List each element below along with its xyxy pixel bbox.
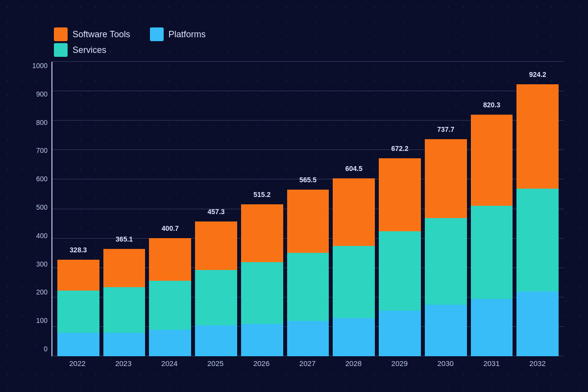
x-label-2029: 2029 bbox=[378, 359, 420, 368]
bar-services-2025 bbox=[195, 270, 237, 325]
bar-platforms-2022 bbox=[57, 333, 99, 356]
bar-softwaretools-2029 bbox=[379, 158, 421, 231]
x-label-2023: 2023 bbox=[102, 359, 145, 368]
bar-platforms-2023 bbox=[103, 333, 146, 356]
bar-softwaretools-2022 bbox=[57, 260, 99, 291]
y-axis-label: 300 bbox=[36, 260, 48, 268]
y-axis-label: 600 bbox=[36, 175, 48, 183]
legend-color-platforms bbox=[150, 27, 164, 41]
bar-group-2028: 604.5 bbox=[333, 62, 375, 356]
bar-platforms-2028 bbox=[333, 318, 375, 356]
bar-group-2029: 672.2 bbox=[379, 62, 421, 356]
bar-services-2024 bbox=[149, 281, 191, 330]
bar-platforms-2027 bbox=[287, 321, 329, 356]
bar-softwaretools-2024 bbox=[149, 238, 191, 281]
bar-softwaretools-2027 bbox=[287, 190, 329, 253]
bar-platforms-2032 bbox=[516, 292, 559, 356]
y-axis-label: 700 bbox=[36, 147, 48, 154]
x-label-2024: 2024 bbox=[148, 359, 191, 368]
bar-services-2028 bbox=[333, 246, 375, 318]
y-axis-label: 800 bbox=[36, 119, 48, 126]
y-axis: 10009008007006005004003002001000 bbox=[24, 62, 51, 368]
bar-softwaretools-2023 bbox=[103, 249, 146, 287]
x-label-2027: 2027 bbox=[287, 359, 329, 368]
y-axis-label: 0 bbox=[44, 345, 48, 353]
bar-softwaretools-2031 bbox=[471, 115, 513, 206]
bar-value-2030: 737.7 bbox=[437, 125, 454, 133]
bar-services-2032 bbox=[516, 189, 559, 292]
legend-color-software-tools bbox=[54, 27, 68, 41]
bar-platforms-2031 bbox=[471, 299, 513, 356]
bar-stack-2024: 400.7 bbox=[149, 238, 191, 356]
legend-item-services: Services bbox=[54, 43, 106, 57]
bar-services-2029 bbox=[379, 231, 421, 311]
bar-platforms-2025 bbox=[195, 325, 237, 356]
y-axis-label: 200 bbox=[36, 288, 48, 296]
bar-stack-2030: 737.7 bbox=[425, 139, 467, 356]
x-labels: 2022202320242025202620272028202920302031… bbox=[51, 356, 564, 368]
bar-group-2030: 737.7 bbox=[425, 62, 467, 356]
bar-softwaretools-2032 bbox=[516, 84, 559, 189]
bar-stack-2031: 820.3 bbox=[471, 115, 513, 356]
bar-group-2023: 365.1 bbox=[103, 62, 146, 356]
y-axis-label: 500 bbox=[36, 203, 48, 211]
bar-services-2030 bbox=[425, 218, 467, 305]
bar-services-2023 bbox=[103, 287, 146, 333]
bar-value-2032: 924.2 bbox=[529, 71, 546, 78]
bar-value-2031: 820.3 bbox=[483, 101, 500, 109]
bar-softwaretools-2025 bbox=[195, 221, 237, 270]
x-label-2028: 2028 bbox=[332, 359, 374, 368]
x-label-2030: 2030 bbox=[424, 359, 466, 368]
bar-softwaretools-2028 bbox=[333, 178, 375, 246]
x-label-2022: 2022 bbox=[56, 359, 98, 368]
bar-group-2031: 820.3 bbox=[471, 62, 513, 356]
bar-group-2025: 457.3 bbox=[195, 62, 237, 356]
x-label-2032: 2032 bbox=[516, 359, 559, 368]
bar-services-2031 bbox=[471, 206, 513, 298]
bar-stack-2032: 924.2 bbox=[516, 84, 559, 356]
bar-platforms-2026 bbox=[241, 324, 283, 356]
y-axis-label: 900 bbox=[36, 90, 48, 98]
bar-softwaretools-2026 bbox=[241, 204, 283, 262]
bar-group-2024: 400.7 bbox=[149, 62, 191, 356]
legend-label-platforms: Platforms bbox=[169, 29, 206, 40]
bar-stack-2022: 328.3 bbox=[57, 260, 99, 356]
x-label-2026: 2026 bbox=[241, 359, 283, 368]
bar-group-2032: 924.2 bbox=[516, 62, 559, 356]
y-axis-label: 100 bbox=[36, 317, 48, 324]
bar-platforms-2029 bbox=[379, 311, 421, 356]
bar-value-2026: 515.2 bbox=[253, 191, 270, 198]
x-label-2025: 2025 bbox=[195, 359, 237, 368]
legend-label-software-tools: Software Tools bbox=[73, 29, 130, 40]
bar-stack-2023: 365.1 bbox=[103, 249, 146, 356]
x-label-2031: 2031 bbox=[470, 359, 513, 368]
bar-group-2027: 565.5 bbox=[287, 62, 329, 356]
bar-stack-2029: 672.2 bbox=[379, 158, 421, 356]
bar-group-2022: 328.3 bbox=[57, 62, 99, 356]
legend-item-platforms: Platforms bbox=[150, 27, 206, 41]
bar-value-2027: 565.5 bbox=[299, 176, 317, 184]
chart-area: Software ToolsPlatformsServices 10009008… bbox=[24, 27, 564, 368]
y-axis-label: 1000 bbox=[32, 62, 48, 70]
bar-platforms-2024 bbox=[149, 330, 191, 356]
chart-inner: 328.3365.1400.7457.3515.2565.5604.5672.2… bbox=[51, 62, 564, 368]
bar-stack-2028: 604.5 bbox=[333, 178, 375, 356]
bar-softwaretools-2030 bbox=[425, 139, 467, 218]
bar-group-2026: 515.2 bbox=[241, 62, 283, 356]
legend-item-software-tools: Software Tools bbox=[54, 27, 130, 41]
grid-lines: 328.3365.1400.7457.3515.2565.5604.5672.2… bbox=[51, 62, 564, 356]
legend: Software ToolsPlatformsServices bbox=[54, 27, 564, 57]
bar-platforms-2030 bbox=[425, 305, 467, 356]
legend-label-services: Services bbox=[73, 45, 106, 55]
bar-stack-2025: 457.3 bbox=[195, 221, 237, 356]
bars-container: 328.3365.1400.7457.3515.2565.5604.5672.2… bbox=[52, 62, 564, 356]
bar-value-2022: 328.3 bbox=[70, 246, 87, 254]
y-axis-label: 400 bbox=[36, 232, 48, 240]
bar-value-2024: 400.7 bbox=[162, 224, 179, 232]
chart-wrapper: 10009008007006005004003002001000 328.336… bbox=[24, 62, 564, 368]
main-container: Software ToolsPlatformsServices 10009008… bbox=[0, 0, 588, 392]
bar-stack-2027: 565.5 bbox=[287, 190, 329, 356]
legend-color-services bbox=[54, 43, 68, 57]
bar-services-2027 bbox=[287, 253, 329, 321]
bar-services-2026 bbox=[241, 262, 283, 324]
